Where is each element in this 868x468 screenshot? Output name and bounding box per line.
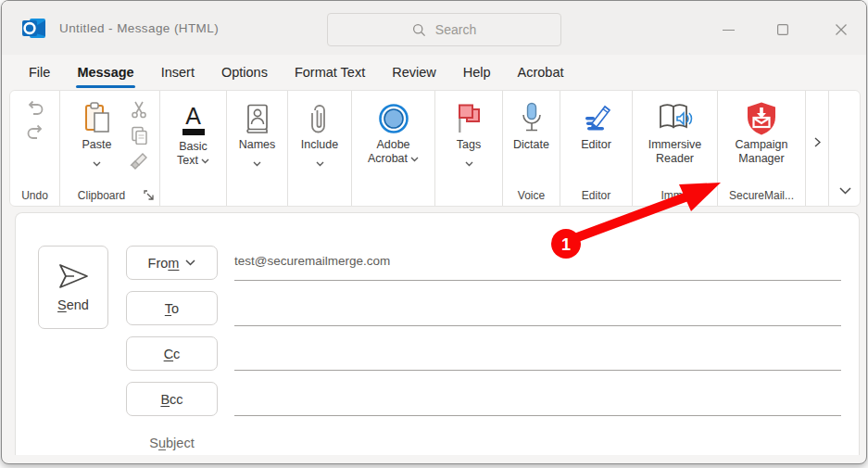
menu-bar: File Message Insert Options Format Text … [28,55,565,90]
tab-format-text[interactable]: Format Text [294,63,366,82]
search-input[interactable]: Search [327,13,561,46]
ribbon-group-editor: Editor Editor [560,91,633,206]
ribbon-overflow-icon [814,137,821,147]
send-label: Send [57,297,89,312]
minimize-button[interactable] [715,19,741,40]
group-label-clipboard: Clipboard [60,189,143,202]
ribbon: Undo Paste [9,90,861,207]
flag-icon [454,103,484,134]
paste-icon [83,102,111,135]
ribbon-group-undo: Undo [10,91,60,206]
from-field[interactable] [234,247,841,281]
send-button[interactable]: Send [38,246,108,329]
ribbon-collapse-button[interactable] [829,91,861,206]
chevron-down-icon [316,161,324,167]
ribbon-group-immersive: Immersive Reader Imme [633,91,718,206]
ribbon-group-clipboard: Paste [60,91,160,206]
ribbon-group-adobe: Adobe Acrobat [352,91,435,206]
search-icon [412,23,426,37]
paste-button[interactable]: Paste [72,91,122,171]
to-button[interactable]: To [126,291,218,325]
ribbon-collapse-icon [839,187,851,195]
ribbon-group-voice: Dictate Voice [503,91,560,206]
campaign-label-1: Campaign [736,138,788,152]
to-label: To [165,301,179,316]
group-label-undo: Undo [10,189,59,202]
basic-text-label-2: Text [177,154,198,167]
maximize-icon [777,24,788,35]
tab-message[interactable]: Message [76,63,134,82]
editor-label: Editor [581,138,611,152]
campaign-label-2: Manager [738,152,784,166]
chevron-down-icon [93,161,101,167]
dictate-button[interactable]: Dictate [503,91,560,152]
close-button[interactable] [828,19,854,40]
cc-label: Cc [164,347,181,361]
search-placeholder: Search [435,22,476,37]
microphone-icon [519,102,545,135]
cut-icon[interactable] [130,100,148,119]
group-label-securemail: SecureMail... [718,189,805,202]
campaign-manager-button[interactable]: Campaign Manager [718,91,805,166]
format-painter-icon[interactable] [130,152,148,171]
title-bar: Untitled - Message (HTML) Search [2,1,866,55]
immersive-reader-icon [657,102,694,135]
paperclip-icon [309,102,330,135]
from-button[interactable]: From [126,246,218,280]
compose-area: Send From To Cc Bcc test@securemailmerge… [15,212,860,455]
bcc-label: Bcc [160,392,182,407]
tags-label: Tags [457,138,481,152]
names-button[interactable]: Names [227,91,287,171]
immersive-reader-button[interactable]: Immersive Reader [633,91,717,166]
ribbon-group-include: Include [288,91,352,206]
tab-file[interactable]: File [28,63,51,82]
campaign-shield-icon [745,101,778,136]
ribbon-overflow-button[interactable] [806,91,829,206]
to-field[interactable] [234,293,841,326]
font-color-icon: A [185,104,201,128]
ribbon-group-tags: Tags [435,91,503,206]
group-label-editor: Editor [560,189,632,202]
chevron-down-icon [465,161,473,167]
dialog-launcher-icon[interactable] [144,190,155,201]
ribbon-group-names: Names [227,91,288,206]
include-button[interactable]: Include [288,91,351,171]
subject-field[interactable]: Subject [126,436,218,450]
chevron-down-icon [201,158,209,164]
dictate-label: Dictate [513,138,549,152]
ribbon-group-securemail: Campaign Manager SecureMail... [718,91,806,206]
minimize-icon [723,24,735,36]
tab-help[interactable]: Help [462,63,492,82]
tags-button[interactable]: Tags [435,91,502,171]
adobe-acrobat-icon [378,103,409,134]
from-label: From [148,256,180,271]
basic-text-label-1: Basic [179,140,208,154]
editor-button[interactable]: Editor [560,91,632,152]
outlook-icon [21,16,47,41]
paste-label: Paste [82,138,112,152]
ribbon-group-basic-text: A Basic Text [160,91,227,206]
redo-icon[interactable] [25,124,45,140]
bcc-field[interactable] [234,383,841,416]
tab-insert[interactable]: Insert [160,63,195,82]
adobe-acrobat-button[interactable]: Adobe Acrobat [352,91,434,166]
immersive-label-1: Immersive [648,138,702,152]
tab-review[interactable]: Review [391,63,437,82]
bcc-button[interactable]: Bcc [126,382,218,416]
chevron-down-icon [410,157,419,162]
cc-button[interactable]: Cc [126,336,218,371]
basic-text-button[interactable]: A Basic Text [160,91,226,168]
include-label: Include [301,138,338,152]
copy-icon[interactable] [130,126,148,145]
tab-options[interactable]: Options [220,63,269,82]
names-label: Names [239,138,276,152]
address-book-icon [245,104,270,133]
adobe-label-1: Adobe [376,138,409,152]
cc-field[interactable] [234,337,841,371]
maximize-button[interactable] [770,19,796,40]
undo-icon[interactable] [25,100,45,116]
immersive-label-2: Reader [656,152,694,166]
tab-acrobat[interactable]: Acrobat [517,63,565,82]
outlook-message-window: Untitled - Message (HTML) Search File Me… [1,0,867,464]
window-title: Untitled - Message (HTML) [59,21,219,35]
